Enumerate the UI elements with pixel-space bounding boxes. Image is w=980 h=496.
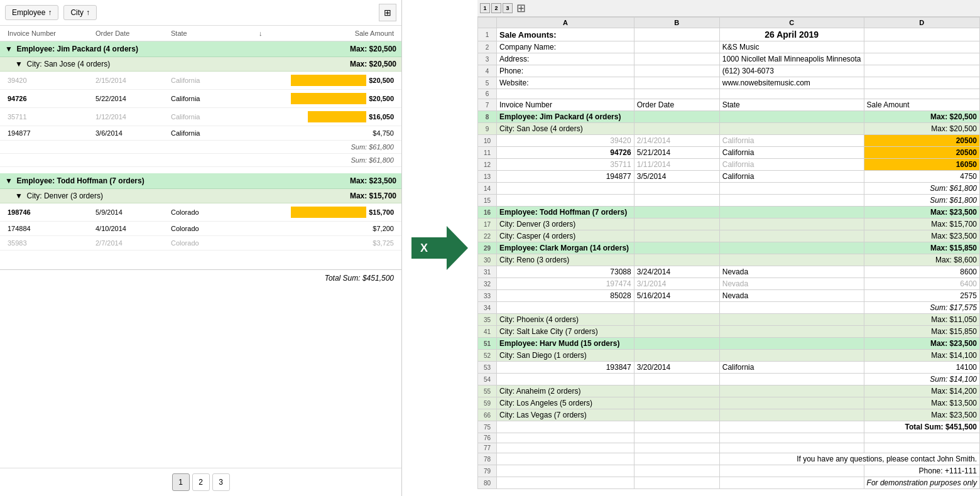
state-cell: California <box>168 112 256 122</box>
sort-employee-button[interactable]: Employee ↑ <box>5 5 58 20</box>
table-row: 1 Sale Amounts: 26 April 2019 <box>478 28 980 41</box>
cell-a51: Employee: Harv Mudd (15 orders) <box>497 338 634 350</box>
cell-b13: 3/5/2014 <box>634 171 719 183</box>
cell-a66: City: Las Vegas (7 orders) <box>497 409 634 421</box>
emp-label: ▼ Employee: Todd Hoffman (7 orders) <box>5 176 350 185</box>
table-row: 194877 3/6/2014 California $4,750 <box>0 126 401 141</box>
cell-d35: Max: $11,050 <box>864 314 979 326</box>
cell-c6 <box>719 89 864 99</box>
cell-b1 <box>634 28 719 41</box>
cell-d15: Sum: $61,800 <box>864 195 979 207</box>
cell-b53: 3/20/2014 <box>634 362 719 374</box>
city-denver: ▼ City: Denver (3 orders) Max: $15,700 <box>0 189 401 203</box>
emp-group-todd-hoffman: ▼ Employee: Todd Hoffman (7 orders) Max:… <box>0 173 401 189</box>
cell-a6 <box>497 89 634 99</box>
cell-b10: 2/14/2014 <box>634 135 719 147</box>
sort-employee-label: Employee <box>12 8 45 17</box>
city-label: ▼ City: Denver (3 orders) <box>15 191 350 200</box>
cell-a31: 73088 <box>497 266 634 278</box>
cell-c8 <box>719 111 864 123</box>
table-row: 34 Sum: $17,575 <box>478 302 980 314</box>
table-row: 78 If you have any questions, please con… <box>478 453 980 465</box>
export-button[interactable]: ⊞ <box>379 4 396 21</box>
cell-c9 <box>719 123 864 135</box>
cell-d34: Sum: $17,575 <box>864 302 979 314</box>
emp-max: Max: $23,500 <box>350 176 396 185</box>
cell-d33: 2575 <box>864 290 979 302</box>
cell-b34 <box>634 302 719 314</box>
row-num: 3 <box>478 53 497 65</box>
cell-c15 <box>719 195 864 207</box>
cell-a55: City: Anaheim (2 orders) <box>497 385 634 397</box>
emp-group-jim-packard: ▼ Employee: Jim Packard (4 orders) Max: … <box>0 41 401 57</box>
cell-b16 <box>634 207 719 218</box>
cell-a15 <box>497 195 634 207</box>
sort-city-label: City <box>70 8 84 17</box>
cell-c52 <box>719 350 864 362</box>
table-row: 5 Website: www.nowebsitemusic.com <box>478 77 980 89</box>
cell-a8: Employee: Jim Packard (4 orders) <box>497 111 634 123</box>
cell-b11: 5/21/2014 <box>634 147 719 159</box>
table-row: 52 City: San Diego (1 orders) Max: $14,1… <box>478 350 980 362</box>
page-1-button[interactable]: 1 <box>172 473 190 491</box>
cell-b35 <box>634 314 719 326</box>
arrow-body: X <box>411 237 449 259</box>
row-num: 55 <box>478 385 497 397</box>
emp-label: ▼ Employee: Jim Packard (4 orders) <box>5 45 350 53</box>
cell-c13: California <box>719 171 864 183</box>
row-num: 76 <box>478 433 497 443</box>
cell-c22 <box>719 230 864 242</box>
cell-b6 <box>634 89 719 99</box>
cell-c5: www.nowebsitemusic.com <box>719 77 864 89</box>
city-label: ▼ City: San Jose (4 orders) <box>15 60 350 68</box>
cell-c29 <box>719 242 864 254</box>
emp-sum-label: Sum: $61,800 <box>351 156 395 164</box>
cell-a75 <box>497 421 634 433</box>
page-2-button[interactable]: 2 <box>192 473 210 491</box>
row-num: 80 <box>478 477 497 489</box>
row-num: 10 <box>478 135 497 147</box>
cell-b77 <box>634 443 719 453</box>
spreadsheet-container[interactable]: A B C D 1 Sale Amounts: 26 April 2019 2 <box>477 17 980 496</box>
row-indicator-1: 1 <box>480 3 490 13</box>
col-header-b: B <box>634 18 719 28</box>
cell-b7: Order Date <box>634 99 719 111</box>
cell-a16: Employee: Todd Hoffman (7 orders) <box>497 207 634 218</box>
row-num: 41 <box>478 326 497 338</box>
row-num: 78 <box>478 453 497 465</box>
row-num: 34 <box>478 302 497 314</box>
cell-d77 <box>864 443 979 453</box>
table-row: 11 94726 5/21/2014 California 20500 <box>478 147 980 159</box>
cell-c12: California <box>719 159 864 171</box>
cell-d7: Sale Amount <box>864 99 979 111</box>
date-cell: 5/22/2014 <box>93 94 168 104</box>
row-num: 6 <box>478 89 497 99</box>
cell-c3: 1000 Nicollet Mall Minneapolis Minnesota <box>719 53 864 65</box>
expand-icon[interactable]: ⊞ <box>516 1 526 15</box>
table-row: 17 City: Denver (3 orders) Max: $15,700 <box>478 218 980 230</box>
table-row: 66 City: Las Vegas (7 orders) Max: $23,5… <box>478 409 980 421</box>
cell-d76 <box>864 433 979 443</box>
city-sum-row: Sum: $61,800 <box>0 141 401 154</box>
state-cell: California <box>168 94 256 104</box>
col-header-a: A <box>497 18 634 28</box>
cell-a41: City: Salt Lake City (7 orders) <box>497 326 634 338</box>
column-headers: Invoice Number Order Date State ↓ Sale A… <box>0 26 401 41</box>
page-3-button[interactable]: 3 <box>212 473 230 491</box>
row-col-indicators: 1 2 3 <box>480 3 513 13</box>
cell-c41 <box>719 326 864 338</box>
cell-b54 <box>634 374 719 385</box>
table-row: 4 Phone: (612) 304-6073 <box>478 65 980 77</box>
state-cell: Colorado <box>168 207 256 217</box>
city-san-jose: ▼ City: San Jose (4 orders) Max: $20,500 <box>0 57 401 72</box>
table-row: 54 Sum: $14,100 <box>478 374 980 385</box>
table-row: 35983 2/7/2014 Colorado $3,725 <box>0 236 401 251</box>
cell-d12: 16050 <box>864 159 979 171</box>
export-arrow: X <box>402 0 477 496</box>
cell-d41: Max: $15,850 <box>864 326 979 338</box>
cell-a12: 35711 <box>497 159 634 171</box>
sort-city-button[interactable]: City ↑ <box>63 5 97 20</box>
cell-d4 <box>864 65 979 77</box>
row-num: 2 <box>478 41 497 53</box>
row-num: 17 <box>478 218 497 230</box>
